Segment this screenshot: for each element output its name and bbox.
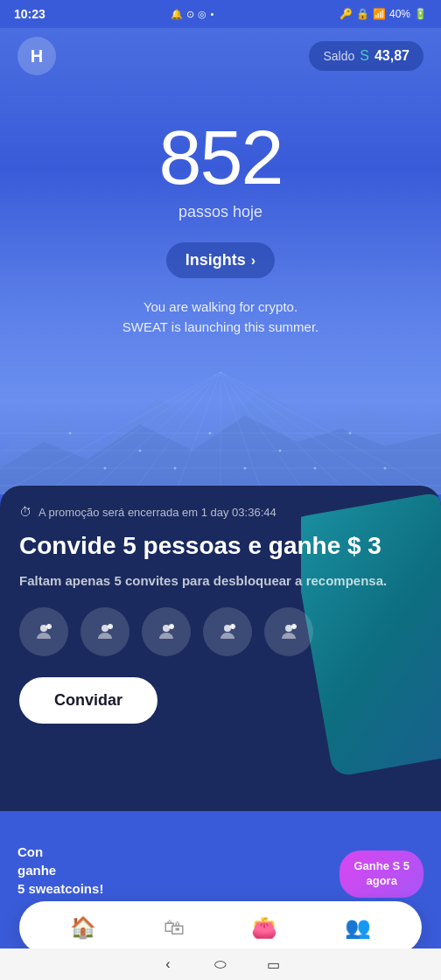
earn-line2: agora — [354, 874, 410, 889]
svg-point-29 — [163, 625, 170, 632]
friends-icon: 👥 — [345, 915, 371, 940]
battery-text: 40% — [389, 8, 410, 20]
nav-shop[interactable]: 🛍 — [157, 912, 192, 943]
chevron-right-icon: › — [251, 253, 256, 269]
shop-icon: 🛍 — [164, 915, 185, 940]
status-right: 🔑 🔒 📶 40% 🔋 — [340, 8, 427, 20]
invite-title: Convide 5 pessoas e ganhe $ 3 — [19, 531, 422, 561]
invite-button[interactable]: Convidar — [19, 677, 158, 724]
terrain-decoration — [0, 372, 441, 494]
bottom-teaser: Con ganhe 5 sweatcoins! — [18, 843, 103, 898]
balance-amount: 43,87 — [374, 48, 410, 64]
teaser-line2: ganhe — [18, 861, 103, 879]
promo-timer: ⏱ A promoção será encerrada em 1 day 03:… — [19, 505, 422, 519]
nav-home[interactable]: 🏠 — [63, 912, 103, 943]
invite-avatars — [19, 607, 422, 656]
svg-point-20 — [104, 467, 107, 470]
invite-avatar-5[interactable] — [264, 607, 313, 656]
invite-subtitle: Faltam apenas 5 convites para desbloquea… — [19, 573, 422, 588]
key-icon: 🔑 — [340, 8, 353, 20]
security-icon: ⊙ — [186, 9, 194, 20]
header-row: H Saldo S 43,87 — [0, 28, 441, 84]
promo-card: ⏱ A promoção será encerrada em 1 day 03:… — [0, 486, 441, 811]
hero-section: H Saldo S 43,87 852 passos hoje Insights… — [0, 28, 441, 494]
dot-icon: • — [210, 9, 214, 19]
status-bar: 10:23 🔔 ⊙ ◎ • 🔑 🔒 📶 40% 🔋 — [0, 0, 441, 28]
steps-area: 852 passos hoje Insights › You are walki… — [0, 84, 441, 363]
svg-point-23 — [314, 467, 317, 470]
clock-icon: ⏱ — [19, 505, 32, 519]
lock-icon: 🔒 — [356, 8, 369, 20]
insights-label: Insights — [186, 251, 246, 270]
svg-point-33 — [285, 625, 292, 632]
invite-avatar-4[interactable] — [203, 607, 252, 656]
svg-point-22 — [244, 467, 247, 470]
invite-avatar-3[interactable] — [142, 607, 191, 656]
avatar-button[interactable]: H — [18, 37, 56, 75]
battery-icon: 🔋 — [414, 8, 427, 20]
balance-button[interactable]: Saldo S 43,87 — [309, 41, 424, 71]
system-nav: ‹ ⬭ ▭ — [0, 948, 441, 980]
whatsapp-icon: ◎ — [198, 9, 206, 20]
svg-point-31 — [224, 625, 231, 632]
wallet-icon: 👛 — [251, 915, 277, 940]
signal-icon: 📶 — [373, 8, 386, 20]
back-button[interactable]: ‹ — [159, 956, 177, 973]
earn-line1: Ganhe S 5 — [354, 859, 410, 874]
notification-icon: 🔔 — [171, 9, 183, 20]
sweat-coin-icon: S — [360, 48, 369, 64]
insights-button[interactable]: Insights › — [166, 242, 275, 278]
invite-avatar-2[interactable] — [80, 607, 130, 656]
timer-text: A promoção será encerrada em 1 day 03:36… — [38, 506, 276, 519]
promo-line2: SWEAT is launching this summer. — [122, 319, 319, 334]
svg-point-25 — [40, 625, 47, 632]
earn-button[interactable]: Ganhe S 5 agora — [340, 850, 424, 898]
promo-text: You are walking for crypto. SWEAT is lau… — [18, 278, 424, 346]
svg-point-16 — [139, 450, 142, 452]
invite-avatar-1[interactable] — [19, 607, 68, 656]
svg-point-21 — [174, 467, 177, 470]
home-button[interactable]: ⬭ — [212, 956, 229, 973]
teaser-line1: Con — [18, 843, 103, 861]
steps-label: passos hoje — [18, 203, 424, 221]
balance-label: Saldo — [323, 49, 354, 63]
svg-point-15 — [69, 432, 72, 435]
svg-point-18 — [279, 450, 282, 452]
status-icons: 🔔 ⊙ ◎ • — [171, 9, 214, 20]
steps-count: 852 — [18, 119, 424, 196]
svg-point-19 — [349, 432, 352, 435]
nav-friends[interactable]: 👥 — [338, 912, 378, 943]
teaser-line3: 5 sweatcoins! — [18, 879, 103, 898]
svg-point-27 — [102, 625, 108, 632]
svg-point-24 — [384, 467, 387, 470]
svg-point-17 — [209, 432, 212, 435]
bottom-nav: 🏠 🛍 👛 👥 — [19, 901, 422, 954]
home-icon: 🏠 — [70, 915, 96, 940]
recents-button[interactable]: ▭ — [264, 956, 282, 973]
nav-wallet[interactable]: 👛 — [244, 912, 284, 943]
status-time: 10:23 — [14, 7, 46, 21]
card-content: ⏱ A promoção será encerrada em 1 day 03:… — [19, 505, 422, 724]
promo-line1: You are walking for crypto. — [144, 299, 298, 314]
